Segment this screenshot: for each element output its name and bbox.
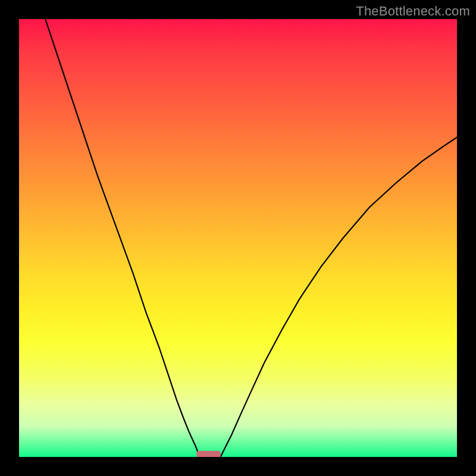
left-curve (45, 19, 201, 457)
plot-area (19, 19, 457, 457)
optimal-marker (196, 451, 220, 457)
curve-overlay (19, 19, 457, 457)
watermark-text: TheBottleneck.com (356, 4, 470, 19)
chart-frame: TheBottleneck.com (0, 0, 476, 476)
right-curve (221, 137, 457, 457)
